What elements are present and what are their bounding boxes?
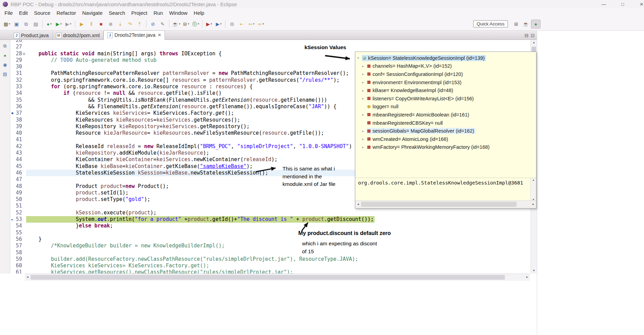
open-perspective-icon[interactable]: ⊞ <box>512 20 521 28</box>
gutter-marker[interactable] <box>10 83 14 90</box>
gutter-marker[interactable] <box>10 190 14 196</box>
code-text[interactable]: ReleaseId releaseId = new ReleaseIdImpl(… <box>26 143 352 150</box>
code-text[interactable]: } <box>26 236 42 243</box>
code-text[interactable]: org.springframework.core.io.Resource[] r… <box>26 77 340 83</box>
gutter-marker[interactable] <box>10 143 14 150</box>
line-number[interactable]: 37 <box>14 110 22 116</box>
terminate-icon[interactable]: ■ <box>97 20 106 28</box>
editor-horizontal-scrollbar[interactable]: ◄ ► <box>25 273 530 281</box>
line-number[interactable]: 44 <box>14 156 22 163</box>
scroll-up-icon[interactable]: ▲ <box>531 178 536 182</box>
line-number[interactable]: 58 <box>14 249 22 256</box>
code-text[interactable]: KieServices kieServices= KieServices.Fac… <box>26 263 209 269</box>
line-number[interactable]: 48 <box>14 183 22 190</box>
suspend-icon[interactable]: ‖ <box>87 20 96 28</box>
expand-chevron-icon[interactable]: ▸ <box>362 97 367 100</box>
line-number[interactable]: 60 <box>14 263 22 269</box>
minimize-window-icon[interactable]: — <box>599 2 608 7</box>
gutter-marker[interactable] <box>10 156 14 163</box>
horizontal-scrollbar-thumb[interactable] <box>31 275 505 280</box>
variable-row[interactable]: ▸listeners= CopyOnWriteArrayList<E> (id=… <box>355 94 536 103</box>
tab-drools2tester-java[interactable]: J Drools2Tester.java ✕ <box>103 30 165 40</box>
code-text[interactable]: && FilenameUtils.getExtension(resource.g… <box>26 103 336 110</box>
variable-row[interactable]: ▸conf= SessionConfigurationImpl (id=120) <box>355 70 536 78</box>
code-text[interactable]: kSession.execute(product); <box>26 210 156 216</box>
code-text[interactable]: KieContainer kieContainer=keiServices.ne… <box>26 156 278 163</box>
line-number[interactable]: 41 <box>14 136 22 143</box>
popup-horizontal-scrollbar[interactable]: ◄ ► <box>355 200 536 208</box>
menu-item-window[interactable]: Window <box>166 8 190 18</box>
maximize-view-icon[interactable]: ⊡ <box>531 33 535 38</box>
new-java-project-icon[interactable]: ☕▾ <box>171 20 181 28</box>
variable-row[interactable]: ▾kSession= StatelessKnowledgeSessionImpl… <box>355 54 536 62</box>
maximize-window-icon[interactable]: □ <box>618 2 627 7</box>
line-number[interactable]: 43 <box>14 150 22 156</box>
gutter-marker[interactable] <box>10 90 14 97</box>
gutter-marker[interactable] <box>10 256 14 263</box>
code-text[interactable]: kieServices.getResources().newClassPathR… <box>26 269 293 273</box>
code-text[interactable]: product.setType("gold"); <box>26 196 150 203</box>
code-text[interactable]: KieResources kieResources=keiServices.ge… <box>26 117 240 123</box>
expand-chevron-icon[interactable]: ▸ <box>362 89 367 92</box>
line-number[interactable]: 28 <box>14 51 22 57</box>
menu-item-search[interactable]: Search <box>106 8 128 18</box>
expand-chevron-icon[interactable]: ▸ <box>362 129 367 133</box>
resume-icon[interactable]: ▶ <box>77 20 86 28</box>
gutter-marker[interactable] <box>10 117 14 123</box>
java-perspective-icon[interactable]: ☕ <box>521 20 530 28</box>
scroll-left-icon[interactable]: ◄ <box>355 201 361 208</box>
code-text[interactable]: // TODO Auto-generated method stub <box>26 57 156 64</box>
gutter-marker[interactable] <box>10 57 14 64</box>
run-icon[interactable]: ▶▾ <box>54 20 63 28</box>
code-text[interactable]: KieRepository kieRepository=keiServices.… <box>26 123 249 130</box>
expand-chevron-icon[interactable]: ▸ <box>362 72 367 76</box>
expand-chevron-icon[interactable]: ▸ <box>362 80 367 84</box>
menu-item-source[interactable]: Source <box>31 8 54 18</box>
close-window-icon[interactable]: ✕ <box>637 2 644 7</box>
code-text[interactable]: product.setId(1); <box>26 190 129 196</box>
gutter-marker[interactable] <box>10 70 14 77</box>
line-number[interactable]: 53 <box>14 216 22 223</box>
line-number[interactable]: 40 <box>14 130 22 136</box>
line-number[interactable]: 50 <box>14 196 22 203</box>
line-number[interactable]: 30 <box>14 64 22 70</box>
gutter-marker[interactable] <box>10 136 14 143</box>
code-text[interactable]: builder.add(ResourceFactory.newClassPath… <box>26 256 358 263</box>
code-text[interactable]: Product product=new Product(); <box>26 183 169 190</box>
gutter-marker[interactable] <box>10 203 14 209</box>
line-number[interactable]: 56 <box>14 236 22 243</box>
quick-access-button[interactable]: Quick Access <box>473 20 508 27</box>
scroll-down-icon[interactable]: ▼ <box>531 268 537 273</box>
variable-row[interactable]: ▸wmFactory= PhreakWorkingMemoryFactory (… <box>355 143 536 152</box>
back-icon[interactable]: ⇦▾ <box>247 20 256 28</box>
disconnect-icon[interactable]: ⊗ <box>106 20 115 28</box>
tab-pom-xml[interactable]: M drools2/pom.xml <box>53 31 103 40</box>
line-number[interactable]: 38 <box>14 117 22 123</box>
expand-chevron-icon[interactable]: ▸ <box>362 145 367 149</box>
debug-icon[interactable]: ●▾ <box>45 20 54 28</box>
breakpoint-icon[interactable]: ● <box>10 110 14 116</box>
menu-item-refactor[interactable]: Refactor <box>54 8 79 18</box>
line-number[interactable]: 49 <box>14 190 22 196</box>
line-number[interactable]: 35 <box>14 97 22 103</box>
coverage-icon[interactable]: ▶▾ <box>204 20 213 28</box>
line-number[interactable]: 31 <box>14 70 22 77</box>
code-text[interactable]: /*KnowledgeBuilder builder = new Knowled… <box>26 243 225 249</box>
last-edit-location-icon[interactable]: ⇠ <box>237 20 246 28</box>
new-package-icon[interactable]: ⊞▾ <box>181 20 190 28</box>
debug-view-icon[interactable]: ● <box>2 52 9 59</box>
popup-scrollbar-thumb[interactable] <box>361 202 517 207</box>
variable-detail-pane[interactable]: org.drools.core.impl.StatelessKnowledgeS… <box>355 178 536 202</box>
run-external-icon[interactable]: ▶▾ <box>64 20 73 28</box>
menu-item-help[interactable]: Help <box>191 8 208 18</box>
scroll-right-icon[interactable]: ► <box>531 201 536 208</box>
line-number[interactable]: 45 <box>14 163 22 170</box>
gutter-marker[interactable] <box>10 269 14 273</box>
variable-row[interactable]: ▸channels= HashMap<K,V> (id=152) <box>355 62 536 70</box>
debug-perspective-icon[interactable]: ● <box>531 20 541 29</box>
gutter-marker[interactable] <box>10 150 14 156</box>
external-tools-icon[interactable]: ▶▾ <box>214 20 223 28</box>
step-over-icon[interactable]: ↷ <box>125 20 134 28</box>
gutter-marker[interactable] <box>10 44 14 50</box>
new-class-icon[interactable]: ⓒ▾ <box>191 20 200 28</box>
